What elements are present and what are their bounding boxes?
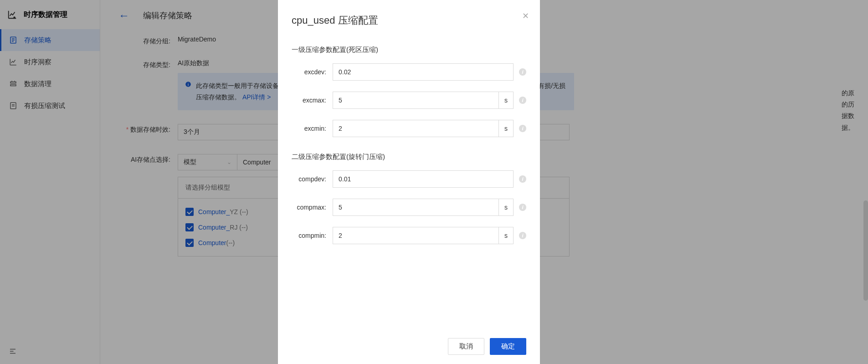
unit-suffix: s: [499, 199, 514, 216]
label-compmax: compmax:: [292, 204, 333, 211]
unit-suffix: s: [499, 227, 514, 244]
cancel-button[interactable]: 取消: [448, 338, 484, 355]
label-excdev: excdev:: [292, 68, 333, 76]
input-excdev[interactable]: [333, 63, 514, 81]
help-icon[interactable]: i: [519, 125, 526, 132]
input-compdev[interactable]: [333, 170, 514, 188]
section-title-1: 一级压缩参数配置(死区压缩): [292, 46, 526, 54]
label-compdev: compdev:: [292, 175, 333, 183]
input-compmax[interactable]: [333, 199, 499, 216]
row-compdev: compdev: i: [292, 170, 526, 188]
input-excmax[interactable]: [333, 92, 499, 109]
label-compmin: compmin:: [292, 232, 333, 239]
help-icon[interactable]: i: [519, 97, 526, 104]
input-excmin[interactable]: [333, 120, 499, 137]
input-compmin[interactable]: [333, 227, 499, 244]
row-excmax: excmax: s i: [292, 92, 526, 109]
row-compmin: compmin: s i: [292, 227, 526, 244]
unit-suffix: s: [499, 120, 514, 137]
compression-config-modal: ✕ cpu_used 压缩配置 一级压缩参数配置(死区压缩) excdev: i…: [278, 0, 540, 364]
help-icon[interactable]: i: [519, 175, 526, 183]
label-excmax: excmax:: [292, 97, 333, 104]
help-icon[interactable]: i: [519, 232, 526, 239]
label-excmin: excmin:: [292, 125, 333, 132]
unit-suffix: s: [499, 92, 514, 109]
help-icon[interactable]: i: [519, 68, 526, 76]
modal-footer: 取消 确定: [292, 329, 526, 355]
row-compmax: compmax: s i: [292, 199, 526, 216]
section-title-2: 二级压缩参数配置(旋转门压缩): [292, 153, 526, 161]
row-excmin: excmin: s i: [292, 120, 526, 137]
close-icon[interactable]: ✕: [522, 11, 529, 21]
row-excdev: excdev: i: [292, 63, 526, 81]
modal-title: cpu_used 压缩配置: [292, 14, 526, 27]
help-icon[interactable]: i: [519, 204, 526, 211]
ok-button[interactable]: 确定: [490, 338, 526, 355]
